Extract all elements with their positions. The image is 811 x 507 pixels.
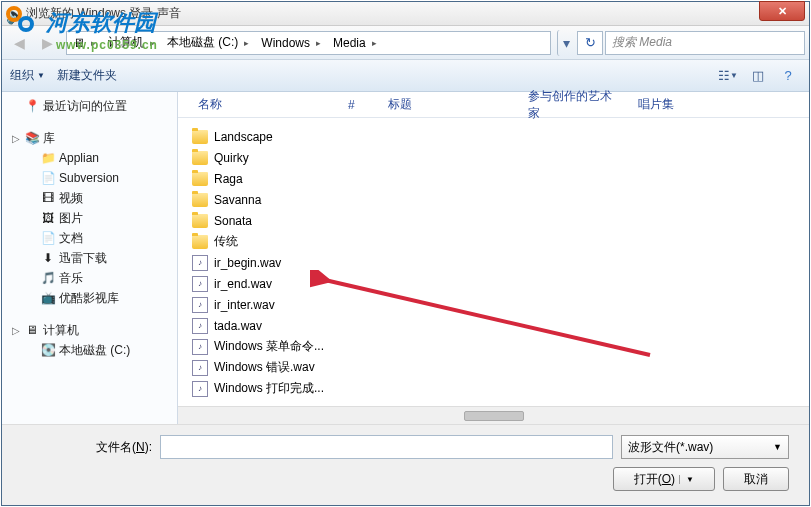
close-button[interactable]: ✕ [759, 1, 805, 21]
file-row[interactable]: ♪Windows 打印完成... [178, 378, 809, 399]
sidebar-item-subversion[interactable]: 📄Subversion [2, 168, 177, 188]
column-headers[interactable]: 名称 # 标题 参与创作的艺术家 唱片集 [178, 92, 809, 118]
column-num[interactable]: # [340, 98, 380, 112]
sidebar-computer[interactable]: ▷🖥计算机 [2, 320, 177, 340]
footer: 文件名(N): 波形文件(*.wav)▼ 打开(O) ▼ 取消 [2, 424, 809, 505]
horizontal-scrollbar[interactable] [178, 406, 809, 424]
folder-row[interactable]: Sonata [178, 210, 809, 231]
organize-button[interactable]: 组织 ▼ [10, 67, 45, 84]
sidebar-item-music[interactable]: 🎵音乐 [2, 268, 177, 288]
back-button[interactable]: ◀ [6, 30, 32, 56]
folder-row[interactable]: Landscape [178, 126, 809, 147]
file-pane: 名称 # 标题 参与创作的艺术家 唱片集 Landscape Quirky Ra… [178, 92, 809, 424]
toolbar: 组织 ▼ 新建文件夹 ☷ ▼ ◫ ? [2, 60, 809, 92]
folder-icon [192, 235, 208, 249]
new-folder-button[interactable]: 新建文件夹 [57, 67, 117, 84]
file-row[interactable]: ♪ir_end.wav [178, 273, 809, 294]
folder-row[interactable]: Quirky [178, 147, 809, 168]
refresh-button[interactable]: ↻ [577, 31, 603, 55]
breadcrumb-item: Media▸ [327, 32, 383, 54]
sidebar: 📍最近访问的位置 ▷📚库 📁Applian 📄Subversion 🎞视频 🖼图… [2, 92, 178, 424]
search-placeholder: 搜索 Media [612, 34, 672, 51]
folder-icon [192, 151, 208, 165]
wav-icon: ♪ [192, 318, 208, 334]
sidebar-item-video[interactable]: 🎞视频 [2, 188, 177, 208]
sidebar-item-xunlei[interactable]: ⬇迅雷下载 [2, 248, 177, 268]
breadcrumb-dropdown[interactable]: ▾ [557, 30, 575, 56]
file-row[interactable]: ♪ir_begin.wav [178, 252, 809, 273]
filename-input[interactable] [160, 435, 613, 459]
window-title: 浏览新的 Windows 登录 声音 [26, 5, 181, 22]
sidebar-item-documents[interactable]: 📄文档 [2, 228, 177, 248]
computer-icon: 🖥 [73, 36, 85, 50]
sidebar-library[interactable]: ▷📚库 [2, 128, 177, 148]
breadcrumb[interactable]: 🖥▸ 计算机▸ 本地磁盘 (C:)▸ Windows▸ Media▸ [66, 31, 551, 55]
file-row[interactable]: ♪Windows 错误.wav [178, 357, 809, 378]
wav-icon: ♪ [192, 360, 208, 376]
wav-icon: ♪ [192, 276, 208, 292]
file-row[interactable]: ♪tada.wav [178, 315, 809, 336]
sidebar-item-applian[interactable]: 📁Applian [2, 148, 177, 168]
sidebar-item-youku[interactable]: 📺优酷影视库 [2, 288, 177, 308]
breadcrumb-item: Windows▸ [255, 32, 327, 54]
scrollbar-thumb[interactable] [464, 411, 524, 421]
search-input[interactable]: 搜索 Media [605, 31, 805, 55]
file-list[interactable]: Landscape Quirky Raga Savanna Sonata 传统 … [178, 118, 809, 406]
wav-icon: ♪ [192, 255, 208, 271]
wav-icon: ♪ [192, 381, 208, 397]
sound-icon: 🔈 [6, 6, 22, 22]
file-row[interactable]: ♪Windows 菜单命令... [178, 336, 809, 357]
cancel-button[interactable]: 取消 [723, 467, 789, 491]
column-title[interactable]: 标题 [380, 96, 520, 113]
open-button[interactable]: 打开(O) ▼ [613, 467, 715, 491]
folder-icon [192, 130, 208, 144]
wav-icon: ♪ [192, 297, 208, 313]
view-button[interactable]: ☷ ▼ [715, 65, 741, 87]
sidebar-recent[interactable]: 📍最近访问的位置 [2, 96, 177, 116]
column-artist[interactable]: 参与创作的艺术家 [520, 88, 630, 122]
filename-label: 文件名(N): [22, 439, 152, 456]
filetype-combo[interactable]: 波形文件(*.wav)▼ [621, 435, 789, 459]
folder-icon [192, 172, 208, 186]
folder-row[interactable]: Raga [178, 168, 809, 189]
column-name[interactable]: 名称 [190, 96, 340, 113]
navbar: ◀ ▶ 🖥▸ 计算机▸ 本地磁盘 (C:)▸ Windows▸ Media▸ ▾… [2, 26, 809, 60]
sidebar-item-pictures[interactable]: 🖼图片 [2, 208, 177, 228]
preview-pane-button[interactable]: ◫ [745, 65, 771, 87]
file-row[interactable]: ♪ir_inter.wav [178, 294, 809, 315]
folder-row[interactable]: 传统 [178, 231, 809, 252]
help-button[interactable]: ? [775, 65, 801, 87]
breadcrumb-item: 计算机▸ [102, 32, 161, 54]
wav-icon: ♪ [192, 339, 208, 355]
breadcrumb-item: 本地磁盘 (C:)▸ [161, 32, 255, 54]
folder-icon [192, 193, 208, 207]
folder-icon [192, 214, 208, 228]
folder-row[interactable]: Savanna [178, 189, 809, 210]
sidebar-local-disk[interactable]: 💽本地磁盘 (C:) [2, 340, 177, 360]
column-album[interactable]: 唱片集 [630, 96, 809, 113]
forward-button[interactable]: ▶ [34, 30, 60, 56]
titlebar: 🔈 浏览新的 Windows 登录 声音 ✕ [2, 2, 809, 26]
